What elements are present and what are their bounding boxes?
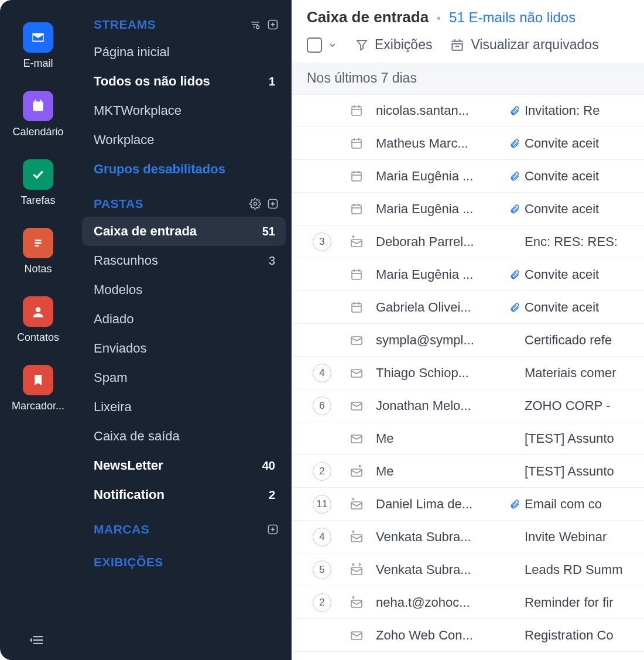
- email-type-icon: [337, 596, 376, 610]
- views-filter-button[interactable]: Exibições: [355, 37, 432, 53]
- add-tag-icon[interactable]: [267, 524, 279, 535]
- email-type-icon: [337, 300, 376, 314]
- select-all-dropdown-icon[interactable]: [328, 40, 337, 50]
- nav-item-label: Grupos desabilitados: [94, 162, 225, 177]
- nav-item-label: Workplace: [94, 132, 155, 148]
- folder-item[interactable]: Modelos: [76, 275, 292, 305]
- email-row[interactable]: 11 Daniel Lima de... Email com co: [292, 488, 644, 521]
- stream-settings-icon[interactable]: [249, 19, 261, 30]
- rail-item-check[interactable]: Tarefas: [20, 159, 55, 207]
- rail-item-mail[interactable]: E-mail: [23, 22, 53, 70]
- stream-item[interactable]: Workplace: [76, 125, 292, 155]
- folder-item[interactable]: Caixa de entrada51: [82, 217, 286, 246]
- archive-icon: [450, 37, 465, 53]
- sidebar-collapse-icon[interactable]: [30, 632, 46, 648]
- email-row[interactable]: sympla@sympl... Certificado refe: [292, 324, 644, 357]
- folder-item[interactable]: Notification2: [76, 480, 292, 509]
- folder-item[interactable]: Adiado: [76, 305, 292, 334]
- email-row[interactable]: Maria Eugênia ... Convite aceit: [292, 193, 644, 225]
- email-sender: Daniel Lima de...: [376, 497, 505, 512]
- add-stream-icon[interactable]: [267, 19, 279, 30]
- add-folder-icon[interactable]: [267, 198, 279, 210]
- email-row[interactable]: nicolas.santan... Invitation: Re: [292, 94, 644, 127]
- stream-item[interactable]: Grupos desabilitados: [76, 155, 292, 184]
- email-row[interactable]: Maria Eugênia ... Convite aceit: [292, 258, 644, 291]
- attachment-icon: [509, 137, 520, 150]
- svg-point-8: [36, 307, 41, 312]
- nav-item-count: 1: [269, 75, 275, 88]
- folder-item[interactable]: Enviados: [76, 334, 292, 363]
- email-subject: Enc: RES: RES:: [525, 234, 644, 249]
- thread-count-badge: 6: [313, 396, 331, 415]
- email-row[interactable]: Zoho Web Con... Registration Co: [292, 619, 644, 652]
- unread-count-link[interactable]: 51 E-mails não lidos: [449, 9, 576, 26]
- folder-item[interactable]: Lixeira: [76, 392, 292, 422]
- email-sender: Venkata Subra...: [376, 529, 505, 545]
- email-type-icon: [337, 268, 376, 282]
- select-all-checkbox[interactable]: [307, 37, 322, 53]
- email-row[interactable]: 4 Thiago Schiop... Materiais comer: [292, 357, 644, 389]
- email-type-icon: [337, 432, 376, 446]
- main-title-row: Caixa de entrada • 51 E-mails não lidos: [307, 8, 644, 26]
- tags-header: MARCAS: [76, 522, 292, 536]
- contact-icon: [23, 296, 53, 327]
- folder-item[interactable]: Spam: [76, 363, 292, 392]
- list-toolbar: Exibições Visualizar arquivados: [307, 33, 644, 56]
- rail-item-notes[interactable]: Notas: [23, 228, 53, 275]
- folder-item[interactable]: Rascunhos3: [76, 246, 292, 275]
- rail-item-bookmark[interactable]: Marcador...: [12, 365, 64, 412]
- email-row[interactable]: Maria Eugênia ... Convite aceit: [292, 160, 644, 193]
- folder-item[interactable]: NewsLetter40: [76, 451, 292, 480]
- email-row[interactable]: 5 Venkata Subra... Leads RD Summ: [292, 553, 644, 586]
- svg-rect-33: [352, 139, 361, 148]
- email-subject: ZOHO CORP -: [525, 398, 644, 413]
- rail-item-calendar[interactable]: Calendário: [12, 91, 63, 138]
- email-sender: Venkata Subra...: [376, 562, 505, 577]
- nav-item-label: NewsLetter: [94, 458, 163, 473]
- email-row[interactable]: 2 neha.t@zohoc... Reminder for fir: [292, 586, 644, 619]
- attachment-icon: [509, 301, 520, 314]
- folder-settings-icon[interactable]: [249, 198, 261, 210]
- nav-item-label: Spam: [94, 370, 127, 385]
- email-sender: sympla@sympl...: [376, 333, 505, 348]
- email-row[interactable]: Gabriela Olivei... Convite aceit: [292, 291, 644, 324]
- nav-item-count: 51: [262, 225, 275, 238]
- email-row[interactable]: 6 Jonathan Melo... ZOHO CORP -: [292, 389, 644, 422]
- nav-item-label: Todos os não lidos: [94, 74, 210, 89]
- email-type-icon: [337, 628, 376, 642]
- email-sender: Me: [376, 431, 505, 446]
- folder-item[interactable]: Caixa de saída: [76, 422, 292, 451]
- email-row[interactable]: Matheus Marc... Convite aceit: [292, 127, 644, 160]
- email-subject: Convite aceit: [525, 201, 644, 217]
- email-subject: Materiais comer: [525, 365, 644, 381]
- email-type-icon: [337, 202, 376, 216]
- rail-item-contact[interactable]: Contatos: [17, 296, 59, 344]
- stream-item[interactable]: MKTWorkplace: [76, 96, 292, 125]
- nav-item-label: Caixa de saída: [94, 429, 180, 444]
- attachment-icon: [509, 498, 520, 511]
- mail-icon: [23, 22, 53, 53]
- rail-label: Tarefas: [20, 194, 55, 207]
- view-archived-button[interactable]: Visualizar arquivados: [450, 37, 598, 53]
- stream-item[interactable]: Página inicial: [76, 37, 292, 67]
- email-subject: Leads RD Summ: [525, 562, 644, 577]
- thread-count-badge: 5: [313, 560, 331, 579]
- nav-item-label: Adiado: [94, 312, 134, 327]
- rail-label: Calendário: [12, 126, 63, 138]
- email-type-icon: [337, 366, 376, 380]
- email-list: nicolas.santan... Invitation: Re Matheus…: [292, 94, 644, 660]
- email-sender: Maria Eugênia ...: [376, 267, 505, 282]
- email-row[interactable]: Me [TEST] Assunto: [292, 422, 644, 455]
- email-row[interactable]: 4 Venkata Subra... Invite Webinar: [292, 521, 644, 553]
- email-sender: Deborah Parrel...: [376, 234, 505, 249]
- email-row[interactable]: 2 Me [TEST] Assunto: [292, 455, 644, 488]
- stream-item[interactable]: Todos os não lidos1: [76, 67, 292, 96]
- email-sender: Gabriela Olivei...: [376, 300, 505, 315]
- email-sender: Zoho Web Con...: [376, 628, 505, 643]
- views-filter-label: Exibições: [375, 37, 432, 53]
- email-subject: [TEST] Assunto: [525, 431, 644, 446]
- email-row[interactable]: 3 Deborah Parrel... Enc: RES: RES:: [292, 225, 644, 258]
- notes-icon: [23, 228, 53, 258]
- email-type-icon: [337, 169, 376, 183]
- svg-rect-1: [33, 101, 43, 104]
